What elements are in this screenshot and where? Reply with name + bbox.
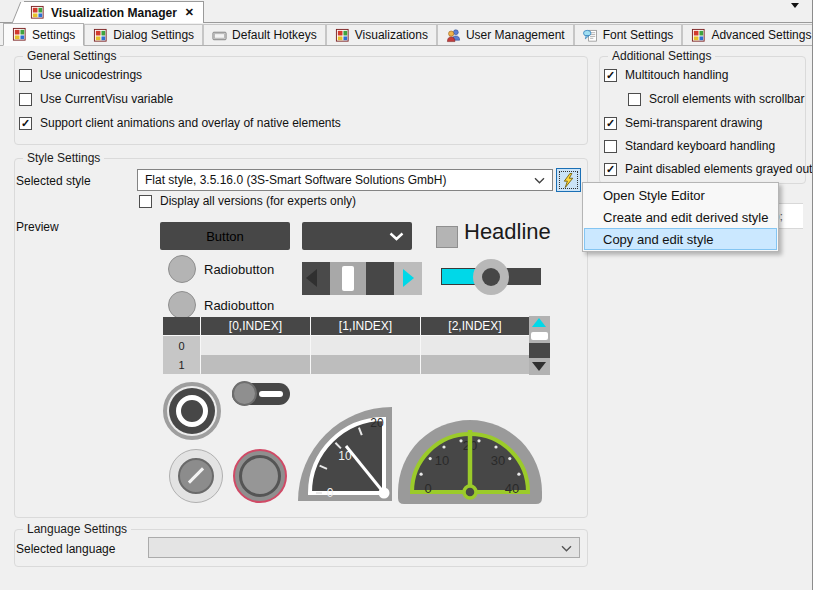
settings-tab-strip: SettingsDialog SettingsDefault HotkeysVi… bbox=[0, 23, 813, 46]
menu-item-copy-and-edit-style[interactable]: Copy and edit style bbox=[584, 228, 777, 250]
tab-label: Settings bbox=[32, 28, 75, 42]
visualization-manager-icon bbox=[30, 5, 45, 20]
menu-item-open-style-editor[interactable]: Open Style Editor bbox=[584, 184, 777, 206]
lightning-icon bbox=[561, 173, 576, 188]
scrollbar-thumb bbox=[342, 266, 354, 291]
users-icon bbox=[446, 28, 461, 43]
tab-font-settings[interactable]: Font Settings bbox=[574, 24, 683, 45]
preview-dial-knob bbox=[169, 449, 223, 503]
checkbox-scroll-elements-with-scrollbar[interactable]: Scroll elements with scrollbar bbox=[628, 92, 804, 106]
visualization-icon bbox=[12, 27, 27, 42]
checkbox-support-client-animations-and-overlay-of-native-elements[interactable]: ✓Support client animations and overlay o… bbox=[19, 116, 341, 130]
preview-button: Button bbox=[160, 222, 290, 250]
chevron-down-icon bbox=[534, 177, 545, 184]
tab-visualizations[interactable]: Visualizations bbox=[326, 24, 437, 45]
selected-style-combobox[interactable]: Flat style, 3.5.16.0 (3S-Smart Software … bbox=[137, 169, 553, 191]
checkbox-display-all-versions-for-experts-only[interactable]: Display all versions (for experts only) bbox=[139, 194, 356, 208]
checkbox-label: Multitouch handling bbox=[625, 68, 728, 82]
arrow-up-icon bbox=[532, 318, 546, 327]
checkbox-label: Support client animations and overlay of… bbox=[40, 116, 341, 130]
preview-vertical-scrollbar bbox=[529, 316, 550, 375]
table-cell bbox=[421, 336, 529, 355]
checkbox-use-currentvisu-variable[interactable]: Use CurrentVisu variable bbox=[19, 92, 173, 106]
tab-settings[interactable]: Settings bbox=[3, 23, 84, 46]
tab-label: Advanced Settings bbox=[711, 28, 811, 42]
svg-text:10: 10 bbox=[435, 453, 449, 468]
checkbox-box[interactable] bbox=[19, 69, 32, 82]
preview-radiobutton-label: Radiobutton bbox=[204, 262, 274, 277]
checkbox-label: Paint disabled elements grayed out bbox=[625, 162, 812, 176]
checkbox-box[interactable]: ✓ bbox=[604, 69, 617, 82]
checkbox-label: Scroll elements with scrollbar bbox=[649, 92, 804, 106]
preview-horizontal-scrollbar bbox=[302, 262, 422, 295]
preview-combobox bbox=[302, 222, 412, 250]
checkbox-box[interactable]: ✓ bbox=[19, 117, 32, 130]
visualization-icon bbox=[93, 28, 108, 43]
document-tab-title: Visualization Manager bbox=[51, 6, 177, 20]
checkbox-label: Use CurrentVisu variable bbox=[40, 92, 173, 106]
document-tab-bar: Visualization Manager ✕ bbox=[0, 0, 813, 23]
checkbox-box[interactable] bbox=[604, 140, 617, 153]
svg-text:0: 0 bbox=[327, 486, 334, 500]
tab-label: Visualizations bbox=[355, 28, 428, 42]
checkbox-standard-keyboard-handling[interactable]: Standard keyboard handling bbox=[604, 139, 775, 153]
preview-slider-thumb bbox=[473, 259, 509, 295]
table-cell bbox=[311, 336, 420, 355]
table-cell bbox=[311, 355, 420, 374]
svg-text:0: 0 bbox=[424, 481, 431, 496]
svg-text:20: 20 bbox=[370, 416, 384, 430]
tab-user-management[interactable]: User Management bbox=[437, 24, 574, 45]
table-header-cell: [1,INDEX] bbox=[311, 317, 420, 335]
selected-language-combobox[interactable] bbox=[148, 537, 580, 558]
preview-toggle-switch bbox=[232, 383, 290, 405]
tab-default-hotkeys[interactable]: Default Hotkeys bbox=[203, 24, 326, 45]
checkbox-label: Display all versions (for experts only) bbox=[160, 194, 356, 208]
preview-table: [0,INDEX][1,INDEX][2,INDEX]01 bbox=[163, 317, 529, 373]
svg-text:40: 40 bbox=[505, 481, 519, 496]
checkbox-box[interactable] bbox=[628, 93, 641, 106]
checkbox-use-unicodestrings[interactable]: Use unicodestrings bbox=[19, 68, 142, 82]
tab-label: Dialog Settings bbox=[113, 28, 194, 42]
close-icon[interactable]: ✕ bbox=[183, 6, 194, 19]
preview-round-button bbox=[163, 382, 221, 440]
checkbox-multitouch-handling[interactable]: ✓Multitouch handling bbox=[604, 68, 728, 82]
checkbox-paint-disabled-elements-grayed-out[interactable]: ✓Paint disabled elements grayed out bbox=[604, 162, 812, 176]
table-cell bbox=[201, 355, 310, 374]
style-tools-button[interactable] bbox=[556, 168, 581, 192]
checkbox-box[interactable] bbox=[139, 195, 152, 208]
tab-label: Default Hotkeys bbox=[232, 28, 317, 42]
selected-style-label: Selected style bbox=[16, 174, 91, 188]
preview-radiobutton bbox=[168, 255, 196, 283]
menu-item-create-and-edit-derived-style[interactable]: Create and edit derived style bbox=[584, 206, 777, 228]
chevron-down-icon bbox=[791, 3, 799, 29]
checkbox-box[interactable]: ✓ bbox=[604, 117, 617, 130]
arrow-right-icon bbox=[403, 269, 414, 287]
checkbox-box[interactable] bbox=[19, 93, 32, 106]
selected-language-label: Selected language bbox=[16, 542, 115, 556]
tab-dialog-settings[interactable]: Dialog Settings bbox=[84, 24, 203, 45]
table-header-cell: [2,INDEX] bbox=[421, 317, 529, 335]
visualization-icon bbox=[691, 28, 706, 43]
group-title: Language Settings bbox=[23, 522, 131, 536]
tab-label: Font Settings bbox=[603, 28, 674, 42]
font-speech-bubble-icon bbox=[583, 28, 598, 43]
visualization-icon bbox=[335, 28, 350, 43]
table-header-cell bbox=[163, 317, 200, 335]
table-row-header: 1 bbox=[163, 355, 200, 374]
preview-half-gauge: 0 10 20 30 40 bbox=[394, 404, 546, 506]
document-tab-visualization-manager[interactable]: Visualization Manager ✕ bbox=[24, 1, 204, 23]
chevron-down-icon bbox=[561, 545, 572, 552]
arrow-left-icon bbox=[306, 269, 317, 287]
tab-overflow-button[interactable] bbox=[791, 8, 803, 16]
group-title: General Settings bbox=[23, 49, 120, 63]
checkbox-semi-transparent-drawing[interactable]: ✓Semi-transparent drawing bbox=[604, 116, 762, 130]
checkbox-label: Standard keyboard handling bbox=[625, 139, 775, 153]
preview-headline: Headline bbox=[464, 219, 551, 245]
selected-style-value: Flat style, 3.5.16.0 (3S-Smart Software … bbox=[145, 173, 446, 187]
checkbox-box[interactable]: ✓ bbox=[604, 163, 617, 176]
scrollbar-thumb bbox=[531, 332, 548, 340]
preview-radiobutton-label: Radiobutton bbox=[204, 298, 274, 313]
group-title: Additional Settings bbox=[608, 49, 715, 63]
group-title: Style Settings bbox=[23, 151, 104, 165]
preview-radiobutton bbox=[168, 291, 196, 319]
